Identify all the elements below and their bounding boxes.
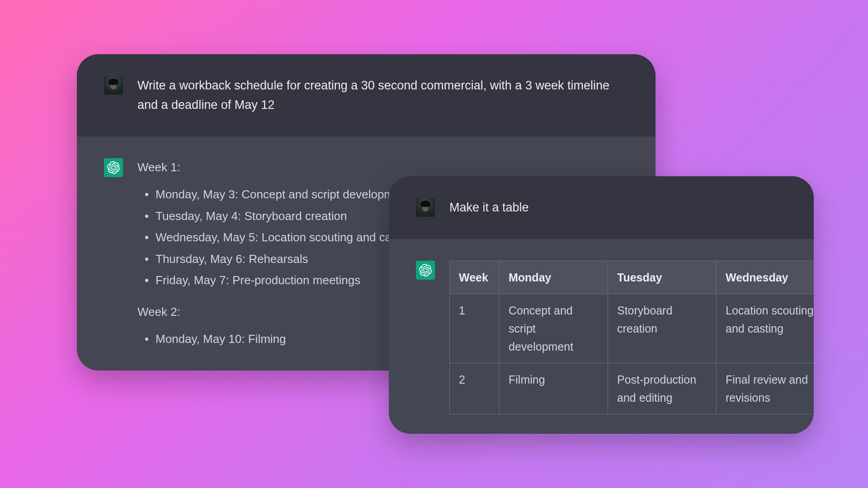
schedule-table: Week Monday Tuesday Wednesday 1 Concept … — [449, 261, 814, 414]
user-message-text: Write a workback schedule for creating a… — [137, 76, 628, 115]
assistant-avatar — [416, 261, 435, 280]
table-row: 2 Filming Post-production and editing Fi… — [450, 363, 814, 414]
user-message-text: Make it a table — [449, 198, 787, 217]
assistant-message-block: Week Monday Tuesday Wednesday 1 Concept … — [389, 239, 814, 434]
cell-wednesday: Final review and revisions — [717, 363, 814, 414]
week-1-title: Week 1: — [137, 158, 628, 177]
cell-wednesday: Location scouting and casting — [717, 294, 814, 363]
cell-tuesday: Post-production and editing — [608, 363, 717, 414]
table-header-monday: Monday — [500, 261, 608, 294]
assistant-avatar — [104, 158, 123, 177]
openai-logo-icon — [107, 161, 120, 174]
user-message-block: Make it a table — [389, 176, 814, 239]
user-avatar — [104, 76, 123, 95]
table-row: 1 Concept and script development Storybo… — [450, 294, 814, 363]
chat-card-2: Make it a table Week Monday Tuesday Wedn… — [389, 176, 814, 434]
cell-week: 2 — [450, 363, 500, 414]
table-header-tuesday: Tuesday — [608, 261, 717, 294]
assistant-message-text: Week Monday Tuesday Wednesday 1 Concept … — [449, 261, 787, 414]
user-avatar — [416, 198, 435, 217]
table-header-wednesday: Wednesday — [717, 261, 814, 294]
cell-monday: Filming — [500, 363, 608, 414]
table-header-row: Week Monday Tuesday Wednesday — [450, 261, 814, 294]
table-header-week: Week — [450, 261, 500, 294]
openai-logo-icon — [419, 264, 432, 277]
cell-monday: Concept and script development — [500, 294, 608, 363]
user-message-block: Write a workback schedule for creating a… — [77, 54, 656, 136]
cell-week: 1 — [450, 294, 500, 363]
cell-tuesday: Storyboard creation — [608, 294, 717, 363]
